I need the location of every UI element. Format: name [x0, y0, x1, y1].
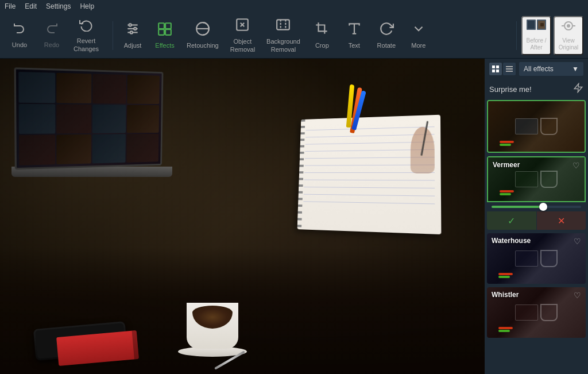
thumb-accent2-v	[500, 193, 511, 195]
effect-actions: ✓ ✕	[487, 211, 586, 230]
rotate-button[interactable]: Rotate	[372, 16, 401, 55]
svg-point-23	[567, 24, 570, 28]
redo-icon	[45, 22, 59, 39]
coffee-area	[178, 303, 247, 357]
svg-rect-6	[158, 23, 164, 29]
effect-thumbnail-vermeer: Vermeer ♡	[487, 156, 586, 202]
svg-rect-27	[496, 65, 499, 68]
before-after-label: Before / After	[526, 37, 546, 51]
effect-item-first[interactable]	[487, 100, 586, 153]
effect-label-waterhouse: Waterhouse	[492, 237, 531, 245]
cup-body	[187, 303, 238, 349]
view-original-icon	[561, 20, 576, 35]
retouching-button[interactable]: Retouching	[182, 16, 223, 55]
mini-cup-vermeer	[540, 171, 558, 188]
thumb-accent2-wh	[498, 330, 510, 332]
menu-settings[interactable]: Settings	[46, 2, 71, 10]
redo-button[interactable]: Redo	[37, 16, 67, 55]
effect-slider[interactable]	[492, 206, 581, 208]
svg-rect-21	[540, 23, 544, 26]
mini-cup-waterhouse	[540, 250, 558, 267]
svg-rect-32	[506, 71, 513, 72]
effects-button[interactable]: Effects	[150, 16, 180, 55]
notebook-line	[303, 201, 435, 204]
surprise-button[interactable]: Surprise me!	[489, 85, 532, 94]
list-view-button[interactable]	[503, 63, 516, 75]
more-button[interactable]: More	[404, 16, 434, 55]
effect-heart-waterhouse[interactable]: ♡	[574, 237, 581, 246]
surprise-icon[interactable]	[573, 83, 583, 95]
menu-file[interactable]: File	[5, 2, 16, 10]
effect-item-vermeer[interactable]: Vermeer ♡ ✓	[487, 156, 586, 230]
adjust-button[interactable]: Adjust	[118, 16, 148, 55]
effects-label: Effects	[155, 42, 174, 49]
effect-label-vermeer: Vermeer	[493, 161, 520, 169]
view-toggle	[489, 63, 516, 75]
svg-rect-9	[165, 29, 171, 35]
background-removal-button[interactable]: Background Removal	[262, 16, 305, 55]
effect-heart-vermeer[interactable]: ♡	[572, 161, 580, 170]
surprise-section: Surprise me!	[485, 79, 588, 99]
canvas-area[interactable]	[0, 59, 485, 374]
view-original-button[interactable]: View Original	[554, 16, 583, 55]
toolbar-separator-1	[113, 21, 113, 50]
adjust-icon	[125, 21, 140, 40]
tool-group-history: Undo Redo Revert Changes	[5, 16, 103, 55]
crop-label: Crop	[315, 42, 329, 49]
effects-icon	[157, 21, 172, 40]
thumb-accent-wh	[498, 327, 513, 329]
undo-icon	[13, 22, 26, 39]
dropdown-arrow-icon: ▼	[572, 65, 579, 73]
svg-rect-26	[492, 65, 495, 68]
before-after-button[interactable]: Before / After	[521, 16, 551, 55]
undo-label: Undo	[12, 41, 27, 49]
effect-cancel-button[interactable]: ✕	[537, 211, 586, 230]
retouching-icon	[195, 21, 210, 40]
notebook-line	[304, 180, 435, 181]
svg-rect-14	[277, 20, 290, 30]
cancel-icon: ✕	[558, 215, 565, 226]
menu-help[interactable]: Help	[80, 2, 94, 10]
effect-label-whistler: Whistler	[492, 291, 519, 299]
svg-rect-31	[506, 68, 513, 70]
text-label: Text	[349, 42, 360, 49]
confirm-icon: ✓	[508, 215, 515, 226]
mini-cup	[540, 118, 558, 135]
effects-filter-dropdown[interactable]: All effects ▼	[519, 62, 583, 76]
crop-button[interactable]: Crop	[307, 16, 337, 55]
mini-laptop-whistler	[515, 304, 538, 321]
thumb-accent-w	[498, 273, 513, 275]
view-original-label: View Original	[559, 37, 578, 51]
crop-icon	[315, 21, 330, 40]
effect-slider-row	[487, 202, 586, 211]
notebook-line	[306, 126, 435, 130]
retouching-label: Retouching	[187, 42, 219, 49]
effect-heart-whistler[interactable]: ♡	[574, 291, 581, 300]
effect-confirm-button[interactable]: ✓	[487, 211, 536, 230]
menu-bar: File Edit Settings Help	[0, 0, 588, 13]
effect-slider-thumb[interactable]	[539, 203, 547, 211]
rotate-label: Rotate	[377, 42, 396, 49]
svg-rect-8	[158, 29, 164, 35]
svg-point-3	[129, 24, 131, 26]
thumb-accent2	[500, 144, 511, 146]
object-removal-button[interactable]: Object Removal	[226, 16, 260, 55]
panel-header: All effects ▼	[485, 59, 588, 79]
notebook-line	[304, 194, 435, 196]
notebook-line	[304, 187, 435, 188]
effect-item-waterhouse[interactable]: Waterhouse ♡	[487, 233, 586, 284]
text-icon	[347, 21, 362, 40]
rotate-icon	[379, 21, 394, 40]
thumb-accent-v	[500, 190, 514, 192]
revert-button[interactable]: Revert Changes	[69, 16, 103, 55]
mini-laptop-waterhouse	[515, 250, 538, 267]
effect-thumbnail-waterhouse: Waterhouse ♡	[487, 233, 586, 284]
more-icon	[411, 21, 426, 40]
effects-list[interactable]: Vermeer ♡ ✓	[485, 99, 588, 374]
effect-item-whistler[interactable]: Whistler ♡	[487, 287, 586, 338]
svg-point-4	[134, 28, 136, 30]
undo-button[interactable]: Undo	[5, 16, 34, 55]
menu-edit[interactable]: Edit	[25, 2, 37, 10]
grid-view-button[interactable]	[489, 63, 502, 75]
text-button[interactable]: Text	[339, 16, 369, 55]
